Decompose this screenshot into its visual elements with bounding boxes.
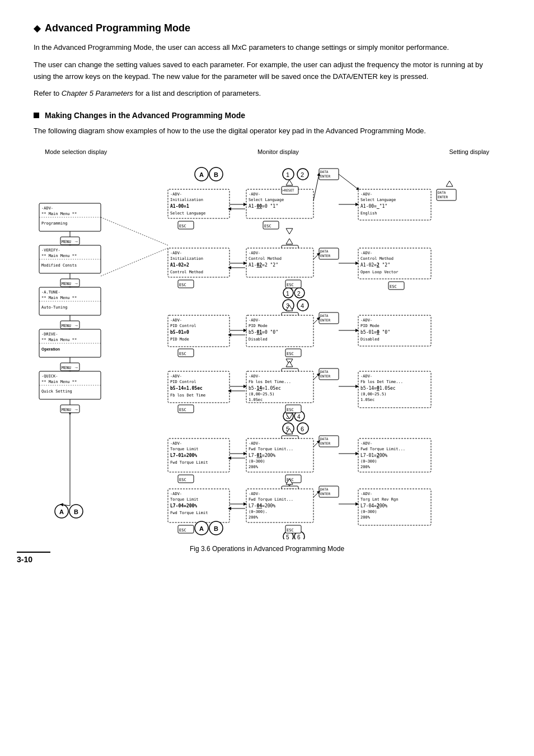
svg-text:b5-14=01.0Sec: b5-14=01.0Sec: [360, 386, 396, 391]
operations-diagram: -ADV- ** Main Menu ** Programming MENU →…: [34, 158, 500, 539]
svg-text:Fwd Torque Limit...: Fwd Torque Limit...: [249, 497, 293, 502]
svg-text:→: →: [74, 365, 78, 370]
svg-text:DATA: DATA: [320, 170, 329, 174]
svg-text:L7-01=200%: L7-01=200%: [360, 453, 387, 458]
svg-text:(0~300): (0~300): [249, 459, 265, 464]
svg-text:-ADV-: -ADV-: [170, 251, 182, 255]
svg-text:Programming: Programming: [41, 221, 67, 226]
svg-text:DATA: DATA: [320, 314, 329, 318]
svg-text:DATA: DATA: [320, 370, 329, 374]
svg-text:1.0Sec: 1.0Sec: [360, 398, 374, 402]
svg-text:ENTER: ENTER: [320, 318, 330, 322]
svg-text:ESC: ESC: [264, 224, 271, 228]
diagram-column-labels: Mode selection display Monitor display S…: [34, 148, 500, 155]
svg-text:-ADV-: -ADV-: [249, 251, 260, 255]
svg-text:L7-04=200%: L7-04=200%: [170, 503, 197, 508]
svg-text:PID Mode: PID Mode: [249, 324, 268, 328]
svg-text:MENU: MENU: [62, 366, 71, 370]
svg-marker-149: [286, 361, 293, 367]
svg-text:L7-01=200%: L7-01=200%: [249, 453, 275, 458]
svg-marker-74: [286, 228, 293, 234]
svg-text:MENU: MENU: [62, 324, 71, 328]
svg-text:-ADV-: -ADV-: [360, 441, 372, 446]
italic-chapter: Chapter 5 Parameters: [62, 89, 133, 97]
svg-line-193: [313, 441, 319, 447]
svg-text:ESC: ESC: [287, 408, 294, 412]
svg-text:Torque Limit: Torque Limit: [170, 497, 199, 502]
svg-text:200%: 200%: [249, 465, 259, 469]
label-mode-selection: Mode selection display: [45, 148, 107, 155]
svg-text:** Main Menu **: ** Main Menu **: [41, 212, 77, 216]
svg-text:A: A: [199, 525, 204, 532]
svg-text:Operation: Operation: [41, 347, 60, 352]
body-paragraph-1: In the Advanced Programming Mode, the us…: [34, 42, 500, 54]
svg-text:ENTER: ENTER: [320, 441, 330, 445]
svg-text:A1-02=2: A1-02=2: [170, 263, 189, 268]
svg-line-79: [313, 174, 319, 200]
svg-text:DATA: DATA: [320, 487, 329, 491]
svg-text:Select Language: Select Language: [360, 198, 396, 202]
svg-text:L7-04=200%: L7-04=200%: [360, 503, 387, 508]
svg-text:ESC: ESC: [179, 408, 186, 412]
svg-text:200%: 200%: [360, 515, 371, 520]
svg-text:-ADV-: -ADV-: [41, 206, 53, 211]
svg-text:(0~300).: (0~300).: [249, 510, 268, 514]
svg-text:English: English: [360, 211, 377, 216]
svg-text:ESC: ESC: [179, 283, 186, 287]
svg-text:Modified Consts: Modified Consts: [41, 263, 77, 268]
svg-text:-ADV-: -ADV-: [249, 374, 260, 379]
svg-text:2: 2: [301, 171, 304, 178]
svg-text:ESC: ESC: [390, 284, 397, 289]
svg-text:ESC: ESC: [179, 478, 186, 482]
svg-text:A1-00=0  "1": A1-00=0 "1": [249, 204, 278, 209]
svg-text:ENTER: ENTER: [320, 174, 330, 178]
svg-text:200%: 200%: [249, 515, 259, 520]
svg-line-222: [313, 492, 319, 497]
svg-line-135: [313, 318, 319, 324]
svg-text:-ADV-: -ADV-: [170, 374, 182, 379]
svg-text:Initialization: Initialization: [170, 198, 203, 202]
svg-text:A: A: [199, 171, 204, 178]
svg-text:DATA: DATA: [438, 190, 446, 194]
svg-text:Fwd Torque Limit...: Fwd Torque Limit...: [249, 447, 293, 451]
svg-text:-ADV-: -ADV-: [360, 492, 372, 496]
svg-text:-DRIVE-: -DRIVE-: [41, 332, 58, 337]
svg-text:→: →: [74, 407, 78, 412]
svg-text:-A.TUNE-: -A.TUNE-: [41, 290, 60, 295]
fig-caption: Fig 3.6 Operations in Advanced Programmi…: [34, 545, 500, 553]
svg-text:B: B: [214, 525, 218, 532]
label-setting: Setting display: [449, 148, 489, 155]
svg-line-274: [101, 248, 168, 276]
svg-text:Torg Lmt Rev Rgn: Torg Lmt Rev Rgn: [360, 497, 398, 502]
svg-text:→: →: [74, 281, 78, 286]
svg-text:Fwd Torque Limit: Fwd Torque Limit: [170, 460, 208, 465]
svg-text:6: 6: [297, 534, 301, 539]
svg-text:-QUICK-: -QUICK-: [41, 374, 58, 379]
svg-text:A1-02=2  "2": A1-02=2 "2": [249, 263, 278, 268]
svg-text:Fb los Det Time: Fb los Det Time: [170, 393, 205, 398]
svg-text:-ADV-: -ADV-: [249, 192, 260, 197]
svg-text:Quick Setting: Quick Setting: [41, 389, 72, 394]
svg-text:L7-01=200%: L7-01=200%: [170, 453, 197, 458]
svg-text:1: 1: [286, 291, 289, 297]
svg-text:Disabled: Disabled: [249, 337, 268, 342]
svg-text:MENU: MENU: [62, 240, 71, 244]
svg-text:MENU: MENU: [62, 282, 71, 286]
svg-text:Fb los Det Time...: Fb los Det Time...: [360, 380, 403, 384]
svg-text:ESC: ESC: [287, 528, 294, 533]
svg-text:L7-04=200%: L7-04=200%: [249, 503, 275, 508]
body-paragraph-2: The user can change the setting values s…: [34, 59, 500, 83]
svg-text:A1-00=  "1": A1-00= "1": [360, 204, 387, 209]
svg-text:b5-14=1.0Sec: b5-14=1.0Sec: [170, 386, 203, 391]
svg-text:ENTER: ENTER: [320, 374, 330, 378]
svg-text:PID Control: PID Control: [170, 324, 196, 328]
svg-text:DATA: DATA: [320, 437, 329, 441]
svg-text:A1-02=2  "2": A1-02=2 "2": [360, 263, 390, 268]
page-container: ◆ Advanced Programming Mode In the Advan…: [0, 0, 534, 575]
svg-text:(0,00~25.5): (0,00~25.5): [360, 392, 386, 396]
svg-text:ESC: ESC: [179, 528, 186, 533]
svg-line-80: [339, 174, 358, 189]
svg-text:Select Language: Select Language: [170, 211, 205, 216]
svg-text:Initialization: Initialization: [170, 256, 203, 261]
svg-text:(0,00~25.5): (0,00~25.5): [249, 392, 274, 396]
